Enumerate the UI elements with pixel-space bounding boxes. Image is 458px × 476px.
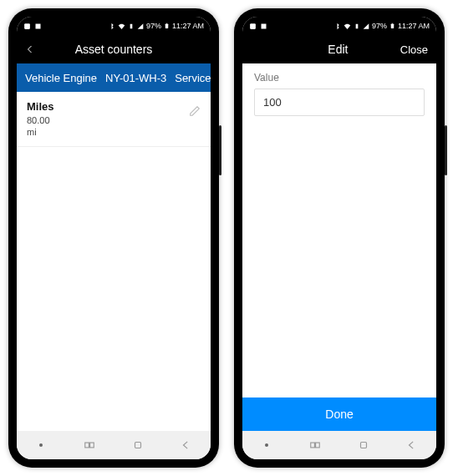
svg-rect-7 (391, 24, 394, 28)
battery-icon (164, 22, 170, 30)
app-bar: Edit Close (242, 35, 436, 63)
svg-rect-5 (135, 443, 141, 448)
clock-time: 11:27 AM (398, 22, 430, 30)
svg-rect-11 (361, 443, 367, 448)
svg-rect-6 (250, 23, 256, 29)
content-area: Miles 80.00 mi (17, 92, 211, 431)
edit-icon[interactable] (189, 105, 201, 120)
vibrate-icon (354, 23, 360, 30)
svg-rect-1 (165, 24, 169, 28)
context-bar: Vehicle Engine NY-01-WH-3 Service (17, 63, 211, 92)
phone-left: 97% 11:27 AM Asset counters Vehicle Engi… (8, 8, 219, 468)
content-area: Value (242, 63, 436, 398)
nav-recents-button[interactable] (82, 438, 97, 453)
clock-time: 11:27 AM (172, 22, 204, 30)
svg-rect-9 (311, 443, 315, 448)
counter-row[interactable]: Miles 80.00 mi (17, 92, 211, 147)
phone-right: 97% 11:27 AM Edit Close Value Done (234, 8, 445, 468)
page-title: Edit (276, 43, 400, 56)
counter-unit: mi (27, 126, 54, 138)
app-bar: Asset counters (17, 35, 211, 63)
wifi-icon (344, 23, 351, 30)
battery-percent: 97% (372, 22, 387, 30)
page-title: Asset counters (42, 43, 186, 56)
nav-home-button[interactable] (130, 438, 145, 453)
status-bar: 97% 11:27 AM (242, 17, 436, 35)
svg-rect-10 (316, 443, 320, 448)
signal-icon (137, 23, 144, 30)
context-service: Service (175, 72, 211, 84)
context-asset-type: Vehicle Engine (25, 72, 97, 84)
svg-rect-3 (85, 443, 89, 448)
value-field-group: Value (242, 63, 436, 124)
svg-rect-4 (90, 443, 94, 448)
status-bar: 97% 11:27 AM (17, 17, 211, 35)
context-asset-id: NY-01-WH-3 (105, 72, 166, 84)
counter-value: 80.00 (27, 114, 54, 126)
svg-rect-8 (392, 23, 394, 24)
nav-home-button[interactable] (356, 438, 371, 453)
nav-back-button[interactable] (179, 438, 194, 453)
chevron-left-icon (25, 43, 35, 55)
battery-icon (389, 22, 395, 30)
value-label: Value (254, 72, 425, 84)
android-nav-bar (242, 431, 436, 459)
battery-percent: 97% (146, 22, 161, 30)
svg-rect-2 (166, 23, 168, 24)
status-icon (34, 23, 42, 30)
done-button[interactable]: Done (242, 398, 436, 431)
signal-icon (363, 23, 369, 30)
nav-recents-button[interactable] (308, 438, 323, 453)
nav-menu-icon[interactable] (259, 438, 274, 453)
physical-button (445, 125, 447, 175)
counter-info: Miles 80.00 mi (27, 100, 54, 138)
close-button[interactable]: Close (400, 43, 428, 56)
nav-menu-icon[interactable] (33, 438, 48, 453)
status-icon (23, 23, 31, 30)
wifi-icon (118, 23, 125, 30)
back-button[interactable] (25, 43, 42, 55)
svg-rect-0 (24, 23, 30, 29)
android-nav-bar (17, 431, 211, 459)
physical-button (219, 125, 221, 175)
bluetooth-icon (108, 23, 115, 30)
bluetooth-icon (333, 23, 341, 30)
nav-back-button[interactable] (405, 438, 420, 453)
screen-left: 97% 11:27 AM Asset counters Vehicle Engi… (17, 17, 211, 459)
vibrate-icon (128, 23, 135, 30)
status-icon (260, 23, 267, 30)
status-icon (249, 23, 257, 30)
value-input[interactable] (254, 89, 425, 116)
screen-right: 97% 11:27 AM Edit Close Value Done (242, 17, 436, 459)
counter-name: Miles (27, 100, 54, 114)
